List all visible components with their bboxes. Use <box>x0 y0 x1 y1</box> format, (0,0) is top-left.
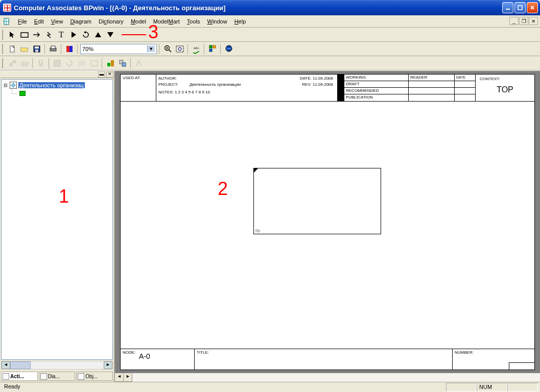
svg-rect-22 <box>39 63 43 66</box>
status-marker <box>338 75 344 101</box>
svg-rect-28 <box>111 60 114 66</box>
activity-box-tool-icon[interactable] <box>19 29 30 40</box>
rev-label: REV: <box>302 82 311 87</box>
spellcheck-icon[interactable]: ᴬᴮᶜ <box>191 43 202 55</box>
status-reader: READER <box>409 75 455 81</box>
svg-rect-23 <box>54 60 60 66</box>
print-icon[interactable] <box>48 43 59 55</box>
explorer-icon[interactable] <box>207 43 218 55</box>
panel-close-icon[interactable]: ✕ <box>106 71 113 78</box>
menu-view[interactable]: View <box>48 17 67 26</box>
menu-model[interactable]: Model <box>127 17 150 26</box>
context-label: CONTEXT: <box>478 76 532 82</box>
panel-float-icon[interactable]: ▬ <box>98 71 105 78</box>
zoom-value: 70% <box>82 46 93 52</box>
svg-rect-18 <box>209 49 212 52</box>
toolbar-grip-2[interactable] <box>2 44 4 54</box>
node-label: NODE: <box>123 350 135 355</box>
window-minimize-button[interactable] <box>502 2 513 13</box>
notes-row: NOTES: 1 2 3 4 5 6 7 8 9 10 <box>158 90 335 94</box>
tab-objects[interactable]: Obj... <box>76 372 113 381</box>
tab-activities[interactable]: Acti... <box>1 372 38 381</box>
toolbar-grip-3[interactable] <box>2 58 4 68</box>
zoom-select[interactable]: 70% ▾ <box>80 44 157 54</box>
svg-rect-31 <box>12 84 14 86</box>
squiggle-tool-icon[interactable] <box>43 29 55 40</box>
tab-diagrams[interactable]: Dia... <box>39 372 76 381</box>
context-value: TOP <box>478 85 532 94</box>
author-label: AUTHOR: <box>158 76 186 82</box>
zoom-in-icon[interactable] <box>162 43 173 55</box>
activity-box-0[interactable]: 0р <box>253 168 381 234</box>
toolbar-draw: T 3 <box>0 28 540 42</box>
svg-rect-16 <box>209 45 212 48</box>
canvas-nav-bar: ◄ ► <box>115 373 540 382</box>
scroll-left-icon[interactable]: ◄ <box>2 361 10 369</box>
window-close-button[interactable] <box>527 2 538 13</box>
menu-modelmart[interactable]: ModelMart <box>150 17 183 26</box>
mm-library-icon[interactable] <box>105 58 116 69</box>
svg-rect-25 <box>82 61 85 66</box>
annotation-2: 2 <box>218 178 228 200</box>
svg-rect-2 <box>518 6 522 10</box>
window-maximize-button[interactable] <box>514 2 526 13</box>
scroll-thumb[interactable] <box>10 361 31 369</box>
menubar: File Edit View Diagram Dictionary Model … <box>0 15 540 28</box>
scroll-right-icon[interactable]: ► <box>104 361 112 369</box>
mdi-close-button[interactable]: ✕ <box>529 17 538 25</box>
toolbar-grip[interactable] <box>2 30 4 40</box>
svg-rect-4 <box>21 33 28 37</box>
mdi-minimize-button[interactable]: _ <box>509 17 519 25</box>
tree-root-item[interactable]: ⊟ Деятельность организац <box>2 81 112 89</box>
arrow-tool-icon[interactable] <box>31 29 42 40</box>
status-ready: Ready <box>2 383 22 391</box>
canvas-nav-left-icon[interactable]: ◄ <box>115 373 124 382</box>
pointer-tool-icon[interactable] <box>7 29 18 40</box>
diagram-canvas[interactable]: 0р 2 <box>121 102 534 349</box>
down-triangle-icon[interactable] <box>105 29 116 40</box>
menu-window[interactable]: Window <box>204 17 231 26</box>
status-working: WORKING <box>344 75 409 81</box>
model-tree[interactable]: ⊟ Деятельность организац <box>1 79 113 360</box>
menu-dictionary[interactable]: Dictionary <box>95 17 127 26</box>
project-label: PROJECT: <box>158 82 186 88</box>
text-tool-icon[interactable]: T <box>56 29 67 40</box>
mm-version-icon[interactable] <box>117 58 128 69</box>
menu-tools[interactable]: Tools <box>183 17 204 26</box>
tree-root-label: Деятельность организац <box>18 82 85 88</box>
dropdown-arrow-icon[interactable]: ▾ <box>147 45 155 52</box>
toolbar-standard: 70% ▾ ᴬᴮᶜ <box>0 42 540 56</box>
svg-rect-8 <box>35 50 38 52</box>
model-browser-icon[interactable] <box>223 43 234 55</box>
status-draft: DRAFT <box>344 81 409 88</box>
svg-rect-30 <box>122 63 126 66</box>
activity-icon <box>19 91 26 96</box>
menu-diagram[interactable]: Diagram <box>66 17 95 26</box>
play-tool-icon[interactable] <box>68 29 79 40</box>
menu-file[interactable]: File <box>14 17 31 26</box>
mm-save-icon <box>52 58 63 69</box>
tree-hscrollbar[interactable]: ◄ ► <box>1 361 113 370</box>
tree-child-item[interactable] <box>2 89 112 97</box>
new-file-icon[interactable] <box>7 43 18 55</box>
activity-id: 0р <box>255 228 260 233</box>
canvas-nav-right-icon[interactable]: ► <box>124 373 132 382</box>
save-file-icon[interactable] <box>31 43 42 55</box>
statusbar: Ready NUM <box>0 382 540 392</box>
mdi-doc-icon[interactable] <box>2 17 10 26</box>
menu-help[interactable]: Help <box>231 17 250 26</box>
tree-collapse-icon[interactable]: ⊟ <box>3 83 8 88</box>
svg-rect-17 <box>213 45 216 48</box>
replay-tool-icon[interactable] <box>80 29 91 40</box>
model-explorer-panel: ▬ ✕ ⊟ Деятельность организац ◄ ► Acti...… <box>0 71 115 382</box>
report-icon[interactable] <box>64 43 75 55</box>
idef0-sheet[interactable]: USED AT: AUTHOR: DATE: 11.09.2008 PROJEC… <box>120 74 535 370</box>
status-publication: PUBLICATION <box>344 94 409 101</box>
open-file-icon[interactable] <box>19 43 30 55</box>
window-title: Computer Associates BPwin - [(A-0) - Дея… <box>14 4 502 12</box>
zoom-fit-icon[interactable] <box>174 43 185 55</box>
date-label: DATE: <box>300 76 312 81</box>
mdi-restore-button[interactable]: ❐ <box>519 17 528 25</box>
menu-edit[interactable]: Edit <box>31 17 48 26</box>
up-triangle-icon[interactable] <box>92 29 104 40</box>
